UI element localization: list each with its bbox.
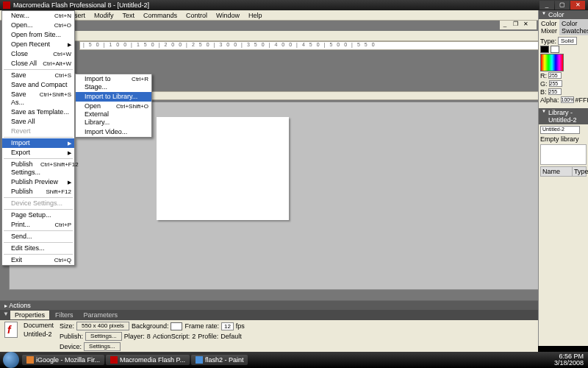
menu-item[interactable]: New...Ctrl+N bbox=[2, 11, 74, 21]
menu-item[interactable]: Print...Ctrl+P bbox=[2, 220, 74, 230]
submenu-item[interactable]: Import to Library... bbox=[76, 92, 151, 102]
library-columns: Name Type bbox=[540, 166, 587, 177]
tab-color-mixer[interactable]: Color Mixer bbox=[539, 19, 559, 35]
library-panel-title[interactable]: ▼Library - Untitled-2 bbox=[539, 108, 588, 124]
menu-item[interactable]: SaveCtrl+S bbox=[2, 71, 74, 80]
menu-modify[interactable]: Modify bbox=[90, 10, 118, 20]
menu-item[interactable]: Send... bbox=[2, 232, 74, 241]
menu-item[interactable]: Open...Ctrl+O bbox=[2, 21, 74, 30]
tab-color-swatches[interactable]: Color Swatches bbox=[559, 19, 588, 35]
maximize-button[interactable]: ▢ bbox=[555, 1, 570, 10]
start-button[interactable] bbox=[3, 352, 19, 368]
properties-body: Document Untitled-2 Size:550 x 400 pixel… bbox=[0, 320, 538, 353]
menu-item[interactable]: Close AllCtrl+Alt+W bbox=[2, 59, 74, 68]
menu-item[interactable]: Export▶ bbox=[2, 148, 74, 158]
flash-icon bbox=[110, 356, 118, 364]
menu-bar: File Edit View Insert Modify Text Comman… bbox=[0, 10, 588, 21]
framerate-input[interactable]: 12 bbox=[221, 322, 234, 330]
library-doc-select[interactable]: Untitled-2 bbox=[540, 126, 580, 134]
b-input[interactable] bbox=[548, 88, 562, 95]
firefox-icon bbox=[26, 356, 34, 364]
bottom-panel: ▸ Actions ▼ Properties Filters Parameter… bbox=[0, 300, 538, 346]
publish-settings-button[interactable]: Settings... bbox=[85, 332, 122, 341]
tab-filters[interactable]: Filters bbox=[51, 311, 78, 319]
menu-item[interactable]: Save All bbox=[2, 117, 74, 127]
title-bar: Macromedia Flash Professional 8 - [Untit… bbox=[0, 0, 588, 10]
document-icon bbox=[4, 322, 18, 338]
hex-value: #FFFFFF bbox=[576, 96, 588, 104]
library-empty-label: Empty library bbox=[540, 135, 587, 143]
doc-close-icon[interactable]: ✕ bbox=[520, 21, 531, 29]
r-input[interactable] bbox=[548, 72, 562, 79]
menu-item[interactable]: Open Recent▶ bbox=[2, 40, 74, 49]
color-panel-title[interactable]: ▼Color bbox=[539, 10, 588, 19]
menu-text[interactable]: Text bbox=[118, 10, 139, 20]
submenu-item[interactable]: Import Video... bbox=[76, 127, 151, 137]
color-mixer-body: Type:Solid R: G: B: Alpha:#FFFFFF bbox=[539, 35, 588, 105]
submenu-item[interactable]: Open External Library...Ctrl+Shift+O bbox=[76, 102, 151, 127]
background-swatch[interactable] bbox=[171, 322, 182, 330]
menu-item[interactable]: Page Setup... bbox=[2, 210, 74, 220]
device-settings-button[interactable]: Settings... bbox=[84, 342, 121, 351]
import-submenu: Import to Stage...Ctrl+RImport to Librar… bbox=[75, 74, 152, 138]
menu-window[interactable]: Window bbox=[212, 10, 244, 20]
actions-panel-title[interactable]: ▸ Actions bbox=[0, 301, 538, 310]
col-name[interactable]: Name bbox=[541, 167, 573, 176]
minimize-button[interactable]: _ bbox=[539, 1, 554, 10]
taskbar-item[interactable]: flash2 - Paint bbox=[191, 355, 248, 365]
menu-item[interactable]: Device Settings... bbox=[2, 199, 74, 208]
menu-help[interactable]: Help bbox=[244, 10, 267, 20]
menu-item[interactable]: Save As...Ctrl+Shift+S bbox=[2, 90, 74, 107]
stroke-swatch[interactable] bbox=[540, 46, 549, 53]
file-menu-dropdown: New...Ctrl+NOpen...Ctrl+OOpen from Site.… bbox=[1, 10, 75, 266]
menu-item[interactable]: Edit Sites... bbox=[2, 244, 74, 253]
doc-restore-icon[interactable]: ❐ bbox=[510, 21, 520, 29]
properties-tabs: ▼ Properties Filters Parameters bbox=[0, 310, 538, 320]
system-tray[interactable]: 6:56 PM 3/18/2008 bbox=[554, 353, 588, 367]
menu-item[interactable]: Save and Compact bbox=[2, 80, 74, 90]
doc-type-label: Document bbox=[24, 322, 54, 329]
doc-minimize-icon[interactable]: _ bbox=[500, 21, 510, 29]
g-input[interactable] bbox=[549, 80, 562, 87]
menu-commands[interactable]: Commands bbox=[139, 10, 182, 20]
doc-name: Untitled-2 bbox=[24, 330, 54, 338]
menu-control[interactable]: Control bbox=[182, 10, 212, 20]
fill-swatch[interactable] bbox=[551, 46, 559, 53]
library-body: Untitled-2 Empty library Name Type bbox=[539, 124, 588, 178]
alpha-input[interactable] bbox=[561, 96, 574, 103]
fill-type-select[interactable]: Solid bbox=[558, 37, 577, 45]
windows-taskbar: iGoogle - Mozilla Fir... Macromedia Flas… bbox=[0, 352, 588, 368]
right-panel-dock: ▼Color Color Mixer Color Swatches Type:S… bbox=[538, 10, 588, 346]
edit-bar: 100% bbox=[75, 31, 585, 41]
menu-item[interactable]: Publish Settings...Ctrl+Shift+F12 bbox=[2, 160, 74, 177]
window-title: Macromedia Flash Professional 8 - [Untit… bbox=[13, 1, 149, 9]
menu-item[interactable]: Save as Template... bbox=[2, 107, 74, 117]
menu-item[interactable]: Open from Site... bbox=[2, 30, 74, 40]
app-icon bbox=[3, 1, 10, 9]
workspace: _ ❐ ✕ 100% |50|100|150|200|250|300|350|4… bbox=[0, 21, 588, 300]
library-preview bbox=[540, 144, 587, 165]
menu-item[interactable]: PublishShift+F12 bbox=[2, 187, 74, 197]
menu-item[interactable]: Publish Preview▶ bbox=[2, 177, 74, 187]
menu-item[interactable]: ExitCtrl+Q bbox=[2, 255, 74, 265]
paint-icon bbox=[196, 356, 203, 364]
tray-date: 3/18/2008 bbox=[554, 360, 584, 367]
taskbar-item[interactable]: Macromedia Flash P... bbox=[106, 355, 190, 365]
taskbar-item[interactable]: iGoogle - Mozilla Fir... bbox=[22, 355, 104, 365]
stage[interactable] bbox=[157, 117, 289, 220]
col-type[interactable]: Type bbox=[573, 167, 586, 176]
document-window-controls: _ ❐ ✕ bbox=[500, 21, 537, 29]
menu-item[interactable]: CloseCtrl+W bbox=[2, 49, 74, 59]
submenu-item[interactable]: Import to Stage...Ctrl+R bbox=[76, 74, 151, 92]
close-button[interactable]: ✕ bbox=[570, 1, 585, 10]
color-spectrum[interactable] bbox=[540, 54, 564, 71]
color-tabs: Color Mixer Color Swatches bbox=[539, 19, 588, 35]
tab-properties[interactable]: Properties bbox=[10, 311, 49, 319]
horizontal-ruler: |50|100|150|200|250|300|350|400|450|500|… bbox=[79, 41, 582, 50]
size-button[interactable]: 550 x 400 pixels bbox=[76, 322, 129, 330]
menu-item[interactable]: Revert bbox=[2, 127, 74, 136]
tab-parameters[interactable]: Parameters bbox=[79, 311, 122, 319]
menu-item[interactable]: Import▶ bbox=[2, 138, 74, 148]
